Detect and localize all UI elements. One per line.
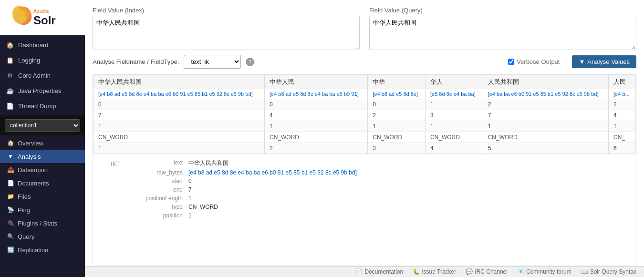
field-index-input[interactable]: 中华人民共和国 bbox=[93, 16, 360, 50]
sub-item-label: Documents bbox=[18, 180, 49, 187]
sub-item-files[interactable]: 📁 Files bbox=[0, 190, 85, 203]
detail-val-start: 0 bbox=[188, 178, 192, 185]
field-query-input[interactable]: 中华人民共和国 bbox=[369, 16, 636, 50]
sub-item-dataimport[interactable]: 📥 Dataimport bbox=[0, 163, 85, 176]
sidebar-item-label: Logging bbox=[18, 57, 40, 64]
detail-key-start: start bbox=[131, 178, 188, 185]
verbose-checkbox[interactable] bbox=[508, 59, 514, 65]
table-row: CN_WORD CN_WORD CN_WORD CN_WORD CN_WORD … bbox=[93, 132, 636, 143]
type-cell-1: CN_WORD bbox=[265, 132, 368, 143]
bytes-cell-4: [e4 ba ba e6 b0 91 e5 85 b1 e5 92 8c e5 … bbox=[483, 89, 608, 99]
detail-key-position: position bbox=[131, 212, 188, 219]
solr-syntax-icon: 📖 bbox=[581, 268, 588, 275]
results-scroll[interactable]: 中华人民共和国 中华人民 中华 华人 人民共和国 人民 [e4 b8 ad e5… bbox=[93, 74, 636, 266]
documentation-icon: 📄 bbox=[355, 268, 363, 275]
analysis-table: 中华人民共和国 中华人民 中华 华人 人民共和国 人民 [e4 b8 ad e5… bbox=[93, 75, 636, 154]
issue-tracker-icon: 🐛 bbox=[413, 268, 420, 275]
verbose-label: Verbose Output bbox=[517, 58, 560, 65]
analyse-filter-icon: ▼ bbox=[579, 58, 585, 65]
sub-item-plugins-stats[interactable]: 🔌 Plugins / Stats bbox=[0, 216, 85, 230]
col-header-0: 中华人民共和国 bbox=[93, 75, 265, 89]
detail-section: IKT text 中华人民共和国 raw_bytes [e4 b8 ad e5 … bbox=[93, 154, 636, 224]
footer-community-label: Community forum bbox=[526, 268, 571, 275]
detail-key-end: end bbox=[131, 186, 188, 193]
num-cell-2-3: 1 bbox=[425, 121, 483, 132]
results-area: 中华人民共和国 中华人民 中华 华人 人民共和国 人民 [e4 b8 ad e5… bbox=[93, 74, 636, 266]
num-cell-1-4: 7 bbox=[483, 110, 608, 121]
col-header-2: 中华 bbox=[368, 75, 426, 89]
field-index-label: Field Value (Index) bbox=[93, 7, 360, 14]
logo-apache: Apache bbox=[33, 9, 56, 14]
analyse-row: Analyse Fieldname / FieldType: text_ik ?… bbox=[93, 55, 636, 69]
sub-nav: 🏠 Overview ▼ Analysis 📥 Dataimport 📄 Doc… bbox=[0, 135, 85, 257]
bytes-cell-3: [e5 8d 8e e4 ba ba] bbox=[425, 89, 483, 99]
sub-item-overview[interactable]: 🏠 Overview bbox=[0, 136, 85, 150]
detail-val-position: 1 bbox=[188, 212, 192, 219]
bytes-cell-5: [e4 b... bbox=[609, 89, 636, 99]
num-cell-0-3: 1 bbox=[425, 99, 483, 110]
sub-item-analysis[interactable]: ▼ Analysis bbox=[0, 150, 85, 163]
num-cell-1-5: 4 bbox=[609, 110, 636, 121]
sub-item-ping[interactable]: 📡 Ping bbox=[0, 203, 85, 216]
num-cell-0-2: 0 bbox=[368, 99, 426, 110]
footer-irc-channel[interactable]: 💬 IRC Channel bbox=[466, 268, 508, 275]
detail-rows: text 中华人民共和国 raw_bytes [e4 b8 ad e5 8d 8… bbox=[131, 158, 636, 220]
sub-item-replication[interactable]: 🔄 Replication bbox=[0, 243, 85, 256]
table-row: 7 4 2 3 7 4 bbox=[93, 110, 636, 121]
sidebar-item-core-admin[interactable]: ⚙ Core Admin bbox=[0, 68, 85, 83]
bytes-cell-1: [e4 b8 ad e5 8d 8e e4 ba ba e6 b0 91] bbox=[265, 89, 368, 99]
col-header-4: 人民共和国 bbox=[483, 75, 608, 89]
sub-item-label: Dataimport bbox=[18, 166, 48, 174]
sub-item-label: Overview bbox=[18, 140, 43, 147]
sub-item-label: Ping bbox=[18, 206, 30, 214]
documents-icon: 📄 bbox=[7, 179, 14, 187]
type-cell-2: CN_WORD bbox=[368, 132, 426, 143]
detail-val-raw-bytes: [e4 b8 ad e5 8d 8e e4 ba ba e6 b0 91 e5 … bbox=[188, 169, 357, 176]
sub-item-label: Replication bbox=[18, 246, 48, 254]
thread-dump-icon: 📄 bbox=[6, 102, 14, 110]
replication-icon: 🔄 bbox=[7, 246, 14, 254]
collection-select[interactable]: collection1 bbox=[5, 119, 80, 132]
footer: 📄 Documentation 🐛 Issue Tracker 💬 IRC Ch… bbox=[85, 266, 644, 277]
files-icon: 📁 bbox=[7, 193, 14, 200]
field-query-label: Field Value (Query) bbox=[369, 7, 636, 14]
type-cell-0: CN_WORD bbox=[93, 132, 265, 143]
num-cell-1-3: 3 bbox=[425, 110, 483, 121]
logo-text: Apache Solr bbox=[33, 9, 56, 27]
detail-val-type: CN_WORD bbox=[188, 204, 218, 210]
footer-documentation[interactable]: 📄 Documentation bbox=[355, 268, 403, 275]
footer-issue-tracker[interactable]: 🐛 Issue Tracker bbox=[413, 268, 456, 275]
detail-row-position-length: positionLength 1 bbox=[131, 194, 636, 203]
analyse-button[interactable]: ▼ Analyse Values bbox=[572, 55, 636, 68]
sub-item-documents[interactable]: 📄 Documents bbox=[0, 176, 85, 190]
footer-documentation-label: Documentation bbox=[364, 268, 403, 275]
sub-item-label: Plugins / Stats bbox=[18, 220, 57, 227]
logo-area: Apache Solr bbox=[0, 0, 85, 35]
dataimport-icon: 📥 bbox=[7, 166, 14, 174]
sidebar-item-thread-dump[interactable]: 📄 Thread Dump bbox=[0, 98, 85, 113]
detail-row-raw-bytes: raw_bytes [e4 b8 ad e5 8d 8e e4 ba ba e6… bbox=[131, 168, 636, 177]
footer-community-forum[interactable]: 📧 Community forum bbox=[517, 268, 571, 275]
collection-select-wrap: collection1 bbox=[0, 115, 85, 135]
query-icon: 🔍 bbox=[7, 233, 14, 240]
sidebar-item-logging[interactable]: 📋 Logging bbox=[0, 52, 85, 68]
sub-item-label: Files bbox=[18, 193, 31, 200]
detail-key-text: text bbox=[131, 159, 188, 167]
sidebar-item-dashboard[interactable]: 🏠 Dashboard bbox=[0, 37, 85, 52]
ping-icon: 📡 bbox=[7, 206, 14, 214]
sidebar-item-label: Dashboard bbox=[18, 41, 49, 49]
sub-item-query[interactable]: 🔍 Query bbox=[0, 230, 85, 243]
detail-key-position-length: positionLength bbox=[131, 195, 188, 202]
detail-row-start: start 0 bbox=[131, 177, 636, 185]
type-cell-3: CN_WORD bbox=[425, 132, 483, 143]
detail-val-end: 7 bbox=[188, 186, 192, 193]
fieldname-select[interactable]: text_ik bbox=[184, 55, 241, 69]
detail-key-raw-bytes: raw_bytes bbox=[131, 169, 188, 176]
num-cell-1-2: 2 bbox=[368, 110, 426, 121]
num-cell-2-4: 1 bbox=[483, 121, 608, 132]
help-icon[interactable]: ? bbox=[246, 58, 254, 66]
sidebar-item-java-properties[interactable]: ☕ Java Properties bbox=[0, 83, 85, 98]
field-query-group: Field Value (Query) 中华人民共和国 bbox=[369, 7, 636, 50]
footer-solr-query-syntax[interactable]: 📖 Solr Query Syntax bbox=[581, 268, 636, 275]
pos-cell-3: 4 bbox=[425, 143, 483, 154]
